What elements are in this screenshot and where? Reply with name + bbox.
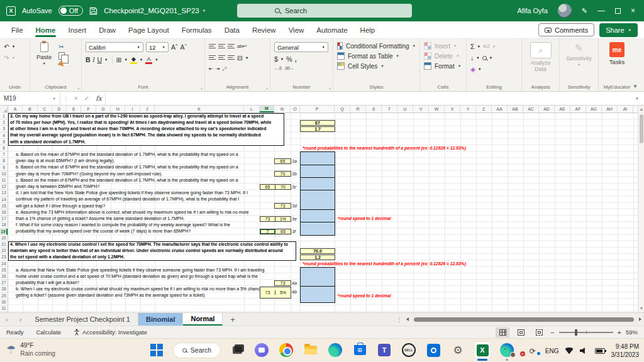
row-header-12[interactable]: 12	[0, 184, 8, 190]
middle-align-button[interactable]	[218, 44, 225, 49]
menu-tab-data[interactable]: Data	[218, 23, 246, 37]
input-value[interactable]: 65	[275, 159, 291, 163]
menu-tab-automate[interactable]: Automate	[310, 23, 353, 37]
edge-app[interactable]	[327, 342, 343, 358]
column-header-c[interactable]: C	[38, 106, 52, 112]
insert-function-icon[interactable]: fx	[92, 95, 104, 102]
answer-cell-row-28[interactable]	[300, 286, 335, 303]
clipboard-dialog-launcher[interactable]: ⌟	[77, 85, 79, 90]
column-header-l[interactable]: L	[244, 106, 260, 112]
menu-tab-help[interactable]: Help	[354, 23, 382, 37]
excel-taskbar-app[interactable]: X	[474, 342, 491, 358]
center-button[interactable]	[218, 55, 225, 60]
weather-widget[interactable]: ☂ 49°FRain coming	[6, 341, 55, 358]
decrease-indent-button[interactable]: ⇤	[209, 65, 213, 74]
menu-tab-review[interactable]: Review	[246, 23, 282, 37]
grid-body[interactable]: 3. On my way home from UB I travel on a …	[0, 113, 638, 312]
font-color-button[interactable]: A	[145, 56, 152, 64]
answer-cell-row-18[interactable]	[300, 222, 335, 235]
row-header-21[interactable]: 21	[0, 241, 8, 248]
input-value[interactable]: 73	[275, 281, 291, 285]
input-cell-3a[interactable]: 65	[274, 158, 291, 164]
undo-dropdown[interactable]: ▼	[12, 45, 15, 48]
answer-cell-row-11[interactable]	[300, 177, 335, 190]
align-left-button[interactable]	[209, 55, 216, 60]
format-as-table-button[interactable]: Format as Table▼	[337, 52, 416, 60]
scroll-left-icon[interactable]	[406, 317, 409, 321]
start-button[interactable]	[148, 342, 165, 358]
input-cell-3e[interactable]: 731%	[260, 216, 291, 222]
number-format-select[interactable]: General▼	[274, 42, 328, 52]
underline-button[interactable]: U	[97, 55, 103, 64]
row-header-26[interactable]: 26	[0, 273, 8, 280]
redo-button[interactable]: ↷	[4, 53, 9, 62]
font-color-dropdown[interactable]: ▼	[155, 58, 158, 62]
row-header-20[interactable]: 20	[0, 235, 8, 241]
input-cell-3f[interactable]: 765	[260, 229, 291, 234]
input-value[interactable]: 70	[275, 172, 291, 176]
column-header-p[interactable]: P	[300, 106, 335, 112]
page-break-view-button[interactable]	[532, 327, 546, 337]
task-view-button[interactable]	[229, 342, 245, 358]
row-header-3[interactable]: 3	[0, 126, 8, 132]
menu-tab-view[interactable]: View	[282, 23, 311, 37]
row-header-6[interactable]: 6	[0, 145, 8, 151]
fill-color-button[interactable]: ◆	[130, 56, 137, 64]
zoom-slider[interactable]	[559, 332, 613, 333]
column-header-v[interactable]: V	[413, 106, 429, 112]
vertical-scrollbar[interactable]	[638, 106, 644, 312]
formula-input[interactable]	[105, 92, 630, 105]
sheet-tab-semester-project-checkpoint-1[interactable]: Semester Project Checkpoint 1	[27, 313, 138, 326]
sync-icon[interactable]: ⟳	[530, 347, 539, 355]
menu-tab-home[interactable]: Home	[30, 23, 62, 37]
borders-dropdown[interactable]: ▼	[124, 58, 127, 62]
document-title[interactable]: Checkpoint2_MGQ201_SP23 ▼	[104, 7, 206, 14]
row-header-11[interactable]: 11	[0, 177, 8, 184]
column-header-j[interactable]: J	[140, 106, 155, 112]
row-header-23[interactable]: 23	[0, 254, 8, 260]
menu-tab-draw[interactable]: Draw	[92, 23, 122, 37]
row-header-4[interactable]: 4	[0, 133, 8, 139]
column-header-aa[interactable]: AA	[492, 106, 508, 112]
restore-button[interactable]	[615, 8, 621, 14]
row-header-28[interactable]: 28	[0, 286, 8, 292]
row-header-22[interactable]: 22	[0, 248, 8, 254]
column-header-ac[interactable]: AC	[523, 106, 539, 112]
top-align-button[interactable]	[209, 44, 216, 49]
row-header-5[interactable]: 5	[0, 139, 8, 145]
menu-tab-insert[interactable]: Insert	[62, 23, 92, 37]
more-options-icon[interactable]: ⋮	[392, 316, 406, 323]
volume-icon[interactable]	[580, 348, 589, 354]
avatar[interactable]	[558, 4, 572, 18]
answer-cell-row-13[interactable]	[300, 190, 335, 210]
column-header-h[interactable]: H	[111, 106, 125, 112]
scroll-down-icon[interactable]	[640, 307, 643, 310]
row-header-1[interactable]: 1	[0, 113, 8, 119]
answer-cell-row-7[interactable]	[300, 151, 335, 165]
column-header-s[interactable]: S	[366, 106, 382, 112]
column-header-e[interactable]: E	[67, 106, 81, 112]
row-header-2[interactable]: 2	[0, 119, 8, 126]
name-box[interactable]: M19 ▼	[0, 92, 60, 105]
scroll-right-icon[interactable]	[639, 317, 641, 321]
fill-dropdown[interactable]: ▼	[476, 56, 479, 60]
close-button[interactable]: ×	[631, 6, 635, 15]
format-cells-button[interactable]: Format▼	[424, 62, 462, 70]
increase-decimal-button[interactable]: ←.0	[274, 66, 282, 70]
input-value[interactable]: 73	[275, 204, 291, 208]
find-dropdown[interactable]: ▼	[489, 56, 492, 60]
underline-dropdown[interactable]: ▼	[104, 58, 108, 62]
input-value[interactable]: 65	[260, 185, 275, 189]
zoom-out-button[interactable]: −	[550, 329, 554, 336]
row-header-15[interactable]: 15	[0, 203, 8, 209]
sheet-tab-normal[interactable]: Normal	[183, 313, 223, 326]
clock[interactable]: 9:48 PM 3/31/2023	[611, 343, 640, 359]
font-name-select[interactable]: Calibri▼	[86, 42, 143, 52]
merge-dropdown[interactable]: ▼	[245, 56, 248, 60]
column-header-af[interactable]: AF	[570, 106, 586, 112]
scroll-up-icon[interactable]	[640, 108, 643, 111]
copy-button[interactable]	[58, 52, 65, 60]
input-value[interactable]: 5%	[275, 290, 291, 295]
file-explorer-app[interactable]	[303, 342, 319, 358]
row-header-17[interactable]: 17	[0, 216, 8, 222]
